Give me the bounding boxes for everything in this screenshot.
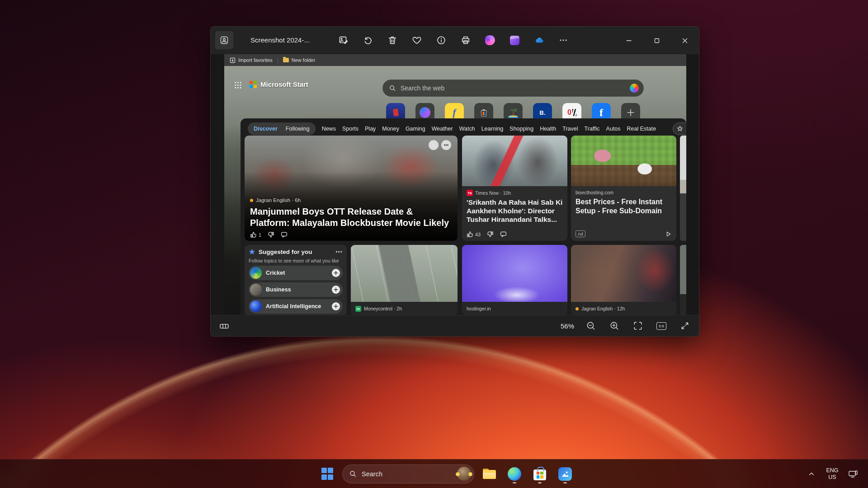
onedrive-button[interactable]: [531, 33, 547, 48]
edge-button[interactable]: [504, 464, 525, 484]
tab-traffic: Traffic: [585, 126, 600, 132]
topic-business: Business: [249, 282, 343, 297]
virtual-touchpad-button[interactable]: [844, 465, 862, 483]
hostinger-card-image: [462, 245, 567, 302]
news-reactions: 43: [467, 231, 507, 238]
file-explorer-icon: [483, 469, 496, 479]
rotate-button[interactable]: [360, 33, 376, 48]
tab-following: Following: [282, 126, 314, 132]
file-explorer-button[interactable]: [479, 464, 500, 484]
print-button[interactable]: [458, 33, 473, 48]
tab-gaming: Gaming: [406, 126, 425, 132]
business-topic-icon: [250, 284, 262, 296]
suggested-star-icon: [249, 249, 255, 255]
movie-news-card: Jagran English · 12h: [571, 245, 676, 315]
zoom-in-button[interactable]: [607, 318, 622, 333]
microsoft-start-brand: Microsoft Start: [250, 80, 308, 88]
new-folder-label: New folder: [292, 57, 316, 63]
follow-topic-button: [332, 269, 340, 277]
microsoft-start-page: Microsoft Start Search the web Raj Comic…: [224, 66, 686, 316]
filmstrip-toggle-button[interactable]: [216, 319, 232, 333]
like-button: 43: [467, 231, 481, 238]
tray-overflow-button[interactable]: [803, 465, 820, 483]
feed-nav-tabs: Discover Following News Sports Play Mone…: [248, 122, 656, 135]
designer-button[interactable]: [482, 33, 498, 48]
traffic-news-card: m Moneycontrol · 2h: [351, 245, 458, 315]
booking-icon: B.: [540, 109, 546, 116]
tab-travel: Travel: [562, 126, 578, 132]
comment-button: [500, 231, 507, 238]
edit-image-button[interactable]: [336, 33, 351, 48]
follow-topic-button: [332, 286, 340, 294]
facebook-icon: f: [599, 107, 603, 119]
favorite-button[interactable]: [409, 33, 425, 48]
running-indicator: [538, 482, 542, 483]
search-icon: [349, 470, 357, 478]
delete-button[interactable]: [385, 33, 400, 48]
movie-source-line: Jagran English · 12h: [571, 302, 676, 315]
import-favorites-icon: [230, 57, 236, 63]
fit-to-window-button[interactable]: [630, 318, 646, 333]
windows-logo-icon: [321, 468, 334, 480]
tab-real-estate: Real Estate: [627, 126, 656, 132]
favorites-divider: [278, 57, 278, 63]
hero-news-card: Jagran English · 6h Manjummel Boys OTT R…: [245, 136, 458, 241]
card-options-button: [441, 140, 451, 150]
photos-app-logo[interactable]: [215, 31, 233, 49]
fullscreen-button[interactable]: [677, 318, 693, 333]
search-icon: [389, 85, 396, 92]
palm-tree-icon: [507, 107, 519, 118]
photos-status-bar: 56% 1:1: [211, 315, 699, 336]
photos-taskbar-button[interactable]: [555, 464, 576, 484]
dislike-button: [268, 231, 274, 238]
search-highlight-image: [457, 467, 471, 481]
language-switcher[interactable]: ENG US: [824, 465, 841, 483]
taskbar-search-box[interactable]: Search: [342, 465, 474, 483]
region-label: US: [828, 474, 836, 481]
info-button[interactable]: [434, 33, 449, 48]
source-logo: [250, 199, 253, 202]
hostinger-source-line: hostinger.in: [462, 302, 567, 315]
taskbar-search-placeholder: Search: [362, 470, 452, 478]
import-favorites-item: Import favorites: [230, 57, 273, 63]
microsoft-store-button[interactable]: [529, 464, 550, 484]
tab-sports: Sports: [342, 126, 359, 132]
web-search-box: Search the web: [382, 80, 644, 97]
movie-card-image: [571, 245, 676, 302]
dislike-button: [487, 231, 494, 238]
ad-card-image: [571, 136, 676, 186]
minimize-button[interactable]: [615, 27, 643, 54]
tab-play: Play: [365, 126, 376, 132]
ad-badge: Ad: [576, 230, 585, 237]
close-button[interactable]: [671, 27, 699, 54]
start-button[interactable]: [317, 464, 338, 484]
window-title: Screenshot 2024-...: [250, 36, 310, 44]
photos-app-window: Screenshot 2024-...: [210, 26, 699, 337]
comment-button: [281, 231, 288, 238]
ai-topic-icon: [250, 300, 262, 312]
tab-weather: Weather: [432, 126, 453, 132]
ad-source: bisecthosting.com: [576, 190, 672, 195]
traffic-source-line: m Moneycontrol · 2h: [351, 302, 458, 315]
topic-cricket: Cricket: [249, 266, 343, 280]
clipchamp-button[interactable]: [507, 33, 522, 48]
onedrive-cloud-icon: [533, 35, 544, 46]
photos-titlebar: Screenshot 2024-...: [211, 27, 699, 54]
actual-size-button[interactable]: 1:1: [654, 318, 669, 333]
hide-story-button: [429, 140, 439, 150]
partial-card-sliver: [680, 245, 686, 315]
ebay-bag-icon: [478, 107, 489, 118]
zoom-out-button[interactable]: [583, 318, 599, 333]
more-options-button[interactable]: [556, 33, 571, 48]
viewed-image[interactable]: Import favorites New folder Microsoft St…: [224, 54, 686, 316]
tab-shopping: Shopping: [509, 126, 533, 132]
traffic-card-image: [351, 245, 458, 302]
like-button: 1: [250, 231, 261, 238]
maximize-button[interactable]: [643, 27, 671, 54]
display-touch-icon: [848, 469, 859, 479]
tab-news: News: [322, 126, 336, 132]
search-placeholder: Search the web: [401, 84, 625, 92]
topic-ai: Artificial Intelligence: [249, 299, 343, 314]
cricket-topic-icon: [250, 267, 262, 279]
ad-play-icon: [665, 231, 672, 237]
